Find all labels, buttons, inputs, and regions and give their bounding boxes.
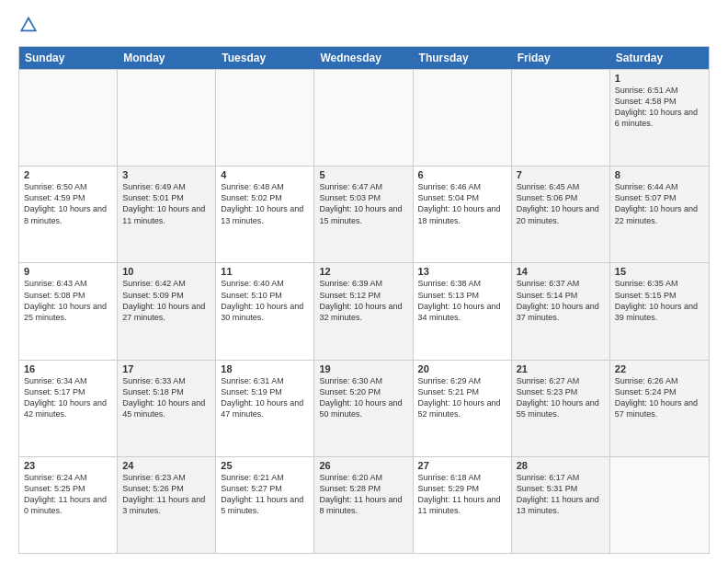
day-number: 23 xyxy=(24,460,112,471)
calendar-row-5: 23Sunrise: 6:24 AM Sunset: 5:25 PM Dayli… xyxy=(19,456,709,553)
day-info: Sunrise: 6:18 AM Sunset: 5:29 PM Dayligh… xyxy=(418,472,506,517)
day-number: 20 xyxy=(418,363,506,374)
weekday-header-tuesday: Tuesday xyxy=(216,47,314,69)
calendar-cell: 20Sunrise: 6:29 AM Sunset: 5:21 PM Dayli… xyxy=(414,361,512,456)
calendar-row-1: 1Sunrise: 6:51 AM Sunset: 4:58 PM Daylig… xyxy=(19,69,709,166)
day-number: 27 xyxy=(418,460,506,471)
calendar-cell: 4Sunrise: 6:48 AM Sunset: 5:02 PM Daylig… xyxy=(216,167,314,262)
calendar-cell: 1Sunrise: 6:51 AM Sunset: 4:58 PM Daylig… xyxy=(610,70,709,166)
day-number: 5 xyxy=(319,169,407,180)
day-info: Sunrise: 6:50 AM Sunset: 4:59 PM Dayligh… xyxy=(24,181,112,226)
day-number: 12 xyxy=(319,266,407,277)
calendar-cell: 27Sunrise: 6:18 AM Sunset: 5:29 PM Dayli… xyxy=(414,457,512,553)
header xyxy=(18,15,710,39)
day-number: 7 xyxy=(517,169,605,180)
day-info: Sunrise: 6:45 AM Sunset: 5:06 PM Dayligh… xyxy=(517,181,605,226)
day-info: Sunrise: 6:51 AM Sunset: 4:58 PM Dayligh… xyxy=(615,85,704,130)
calendar-row-3: 9Sunrise: 6:43 AM Sunset: 5:08 PM Daylig… xyxy=(19,262,709,359)
day-number: 18 xyxy=(221,363,309,374)
weekday-header-sunday: Sunday xyxy=(19,47,118,69)
logo xyxy=(18,15,42,39)
day-info: Sunrise: 6:30 AM Sunset: 5:20 PM Dayligh… xyxy=(319,375,407,420)
calendar-cell: 9Sunrise: 6:43 AM Sunset: 5:08 PM Daylig… xyxy=(19,263,118,359)
calendar-cell: 28Sunrise: 6:17 AM Sunset: 5:31 PM Dayli… xyxy=(512,457,610,553)
calendar-row-2: 2Sunrise: 6:50 AM Sunset: 4:59 PM Daylig… xyxy=(19,166,709,262)
day-number: 8 xyxy=(615,169,704,180)
calendar-cell xyxy=(118,70,216,166)
day-number: 11 xyxy=(221,266,309,277)
day-info: Sunrise: 6:26 AM Sunset: 5:24 PM Dayligh… xyxy=(615,375,704,420)
day-number: 1 xyxy=(615,73,704,84)
calendar-cell: 2Sunrise: 6:50 AM Sunset: 4:59 PM Daylig… xyxy=(19,167,118,262)
day-info: Sunrise: 6:37 AM Sunset: 5:14 PM Dayligh… xyxy=(517,278,605,323)
day-info: Sunrise: 6:34 AM Sunset: 5:17 PM Dayligh… xyxy=(24,375,112,420)
calendar-cell xyxy=(314,70,413,166)
day-number: 2 xyxy=(24,169,112,180)
calendar-cell: 18Sunrise: 6:31 AM Sunset: 5:19 PM Dayli… xyxy=(216,361,314,456)
day-info: Sunrise: 6:21 AM Sunset: 5:27 PM Dayligh… xyxy=(221,472,309,517)
day-info: Sunrise: 6:38 AM Sunset: 5:13 PM Dayligh… xyxy=(418,278,506,323)
day-number: 16 xyxy=(24,363,112,374)
calendar-cell xyxy=(512,70,610,166)
day-number: 4 xyxy=(221,169,309,180)
day-number: 25 xyxy=(221,460,309,471)
day-number: 10 xyxy=(122,266,210,277)
calendar-body: 1Sunrise: 6:51 AM Sunset: 4:58 PM Daylig… xyxy=(19,69,709,553)
calendar-cell xyxy=(19,70,118,166)
calendar: SundayMondayTuesdayWednesdayThursdayFrid… xyxy=(18,46,710,554)
calendar-cell: 24Sunrise: 6:23 AM Sunset: 5:26 PM Dayli… xyxy=(118,457,216,553)
weekday-header-monday: Monday xyxy=(118,47,216,69)
day-number: 28 xyxy=(517,460,605,471)
day-number: 3 xyxy=(122,169,210,180)
day-number: 24 xyxy=(122,460,210,471)
day-info: Sunrise: 6:35 AM Sunset: 5:15 PM Dayligh… xyxy=(615,278,704,323)
calendar-cell: 14Sunrise: 6:37 AM Sunset: 5:14 PM Dayli… xyxy=(512,263,610,359)
logo-icon xyxy=(18,15,39,39)
day-info: Sunrise: 6:23 AM Sunset: 5:26 PM Dayligh… xyxy=(122,472,210,517)
calendar-cell xyxy=(414,70,512,166)
calendar-cell xyxy=(216,70,314,166)
calendar-row-4: 16Sunrise: 6:34 AM Sunset: 5:17 PM Dayli… xyxy=(19,360,709,456)
calendar-cell: 16Sunrise: 6:34 AM Sunset: 5:17 PM Dayli… xyxy=(19,361,118,456)
calendar-cell: 8Sunrise: 6:44 AM Sunset: 5:07 PM Daylig… xyxy=(610,167,709,262)
day-info: Sunrise: 6:24 AM Sunset: 5:25 PM Dayligh… xyxy=(24,472,112,517)
day-number: 19 xyxy=(319,363,407,374)
calendar-header-row: SundayMondayTuesdayWednesdayThursdayFrid… xyxy=(19,47,709,69)
day-number: 17 xyxy=(122,363,210,374)
weekday-header-friday: Friday xyxy=(512,47,610,69)
calendar-cell: 5Sunrise: 6:47 AM Sunset: 5:03 PM Daylig… xyxy=(314,167,413,262)
day-info: Sunrise: 6:40 AM Sunset: 5:10 PM Dayligh… xyxy=(221,278,309,323)
day-info: Sunrise: 6:49 AM Sunset: 5:01 PM Dayligh… xyxy=(122,181,210,226)
calendar-cell: 25Sunrise: 6:21 AM Sunset: 5:27 PM Dayli… xyxy=(216,457,314,553)
calendar-cell: 23Sunrise: 6:24 AM Sunset: 5:25 PM Dayli… xyxy=(19,457,118,553)
calendar-cell: 10Sunrise: 6:42 AM Sunset: 5:09 PM Dayli… xyxy=(118,263,216,359)
day-number: 6 xyxy=(418,169,506,180)
day-info: Sunrise: 6:29 AM Sunset: 5:21 PM Dayligh… xyxy=(418,375,506,420)
day-number: 21 xyxy=(517,363,605,374)
day-info: Sunrise: 6:42 AM Sunset: 5:09 PM Dayligh… xyxy=(122,278,210,323)
day-info: Sunrise: 6:20 AM Sunset: 5:28 PM Dayligh… xyxy=(319,472,407,517)
calendar-cell: 6Sunrise: 6:46 AM Sunset: 5:04 PM Daylig… xyxy=(414,167,512,262)
day-number: 13 xyxy=(418,266,506,277)
day-info: Sunrise: 6:27 AM Sunset: 5:23 PM Dayligh… xyxy=(517,375,605,420)
page: SundayMondayTuesdayWednesdayThursdayFrid… xyxy=(0,0,728,563)
calendar-cell: 17Sunrise: 6:33 AM Sunset: 5:18 PM Dayli… xyxy=(118,361,216,456)
calendar-cell: 3Sunrise: 6:49 AM Sunset: 5:01 PM Daylig… xyxy=(118,167,216,262)
calendar-cell: 22Sunrise: 6:26 AM Sunset: 5:24 PM Dayli… xyxy=(610,361,709,456)
day-number: 15 xyxy=(615,266,704,277)
day-info: Sunrise: 6:39 AM Sunset: 5:12 PM Dayligh… xyxy=(319,278,407,323)
day-info: Sunrise: 6:43 AM Sunset: 5:08 PM Dayligh… xyxy=(24,278,112,323)
day-info: Sunrise: 6:17 AM Sunset: 5:31 PM Dayligh… xyxy=(517,472,605,517)
weekday-header-thursday: Thursday xyxy=(414,47,512,69)
day-info: Sunrise: 6:46 AM Sunset: 5:04 PM Dayligh… xyxy=(418,181,506,226)
calendar-cell xyxy=(610,457,709,553)
calendar-cell: 21Sunrise: 6:27 AM Sunset: 5:23 PM Dayli… xyxy=(512,361,610,456)
weekday-header-saturday: Saturday xyxy=(610,47,709,69)
day-info: Sunrise: 6:31 AM Sunset: 5:19 PM Dayligh… xyxy=(221,375,309,420)
day-number: 9 xyxy=(24,266,112,277)
calendar-cell: 11Sunrise: 6:40 AM Sunset: 5:10 PM Dayli… xyxy=(216,263,314,359)
calendar-cell: 7Sunrise: 6:45 AM Sunset: 5:06 PM Daylig… xyxy=(512,167,610,262)
calendar-cell: 26Sunrise: 6:20 AM Sunset: 5:28 PM Dayli… xyxy=(314,457,413,553)
day-info: Sunrise: 6:33 AM Sunset: 5:18 PM Dayligh… xyxy=(122,375,210,420)
day-info: Sunrise: 6:47 AM Sunset: 5:03 PM Dayligh… xyxy=(319,181,407,226)
